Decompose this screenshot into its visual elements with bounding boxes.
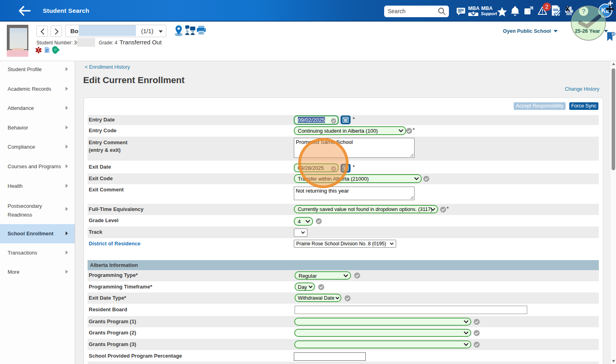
svg-text:2: 2: [545, 4, 548, 10]
svg-text:P: P: [54, 48, 56, 52]
